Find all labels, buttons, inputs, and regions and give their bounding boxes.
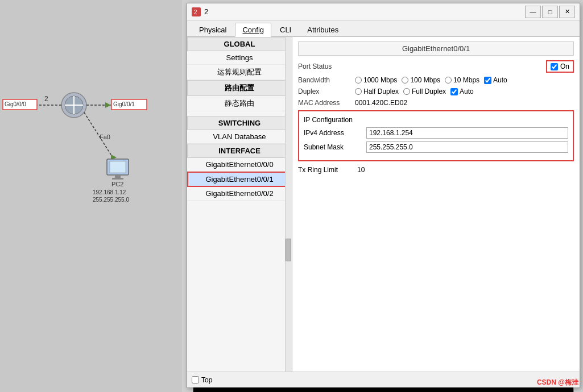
svg-text:2: 2 [44, 95, 48, 103]
tx-value: 10 [355, 165, 367, 175]
minimize-button[interactable]: — [525, 6, 541, 18]
subnet-label: Subnet Mask [304, 143, 366, 151]
close-button[interactable]: ✕ [559, 6, 575, 18]
watermark: CSDN @梅洼 [537, 378, 578, 387]
bw-1000[interactable]: 1000 Mbps [355, 76, 397, 84]
top-checkbox-label[interactable]: Top [192, 376, 212, 384]
svg-rect-19 [112, 178, 123, 180]
ipv4-input[interactable]: 192.168.1.254 [366, 127, 568, 139]
port-status-row: Port Status On [298, 60, 574, 73]
interface-1[interactable]: GigabitEthernet0/0/1 [187, 172, 292, 187]
svg-text:192.168.1.12: 192.168.1.12 [93, 189, 126, 195]
topology-area: 2 Gig0/0/0 Gig0/0/1 Fa0 PC2 192.168.1.12… [0, 0, 182, 392]
content-area: GLOBAL Settings 运算规则配置 路由配置 静态路由 SWITCHI… [187, 37, 580, 373]
tx-label: Tx Ring Limit [298, 166, 355, 174]
bandwidth-options: 1000 Mbps 100 Mbps 10 Mbps Auto [355, 76, 507, 84]
window-icon: 2 [192, 7, 201, 16]
tab-attributes[interactable]: Attributes [300, 23, 346, 36]
subnet-input[interactable]: 255.255.255.0 [366, 141, 568, 153]
routing-rules-item[interactable]: 运算规则配置 [187, 65, 292, 80]
interface-2[interactable]: GigabitEthernet0/0/2 [187, 187, 292, 201]
console-area[interactable]: Router(config-if)#ip address 192.168.1.2… [193, 387, 574, 392]
window-controls: — □ ✕ [525, 6, 575, 18]
vlan-database-item[interactable]: VLAN Database [187, 130, 292, 144]
bw-auto[interactable]: Auto [484, 76, 507, 84]
mac-address-row: MAC Address 0001.420C.ED02 [298, 99, 574, 107]
routing-config-header[interactable]: 路由配置 [187, 80, 292, 96]
half-duplex[interactable]: Half Duplex [355, 87, 399, 95]
ipv4-row: IPv4 Address 192.168.1.254 [304, 127, 568, 139]
svg-text:PC2: PC2 [111, 181, 123, 187]
global-header[interactable]: GLOBAL [187, 37, 292, 51]
duplex-options: Half Duplex Full Duplex Auto [355, 87, 474, 95]
bandwidth-label: Bandwidth [298, 76, 355, 84]
duplex-row: Duplex Half Duplex Full Duplex Auto [298, 87, 574, 95]
mac-value: 0001.420C.ED02 [355, 99, 407, 107]
subnet-row: Subnet Mask 255.255.255.0 [304, 141, 568, 153]
ip-config-title: IP Configuration [304, 116, 568, 124]
svg-rect-17 [110, 161, 126, 173]
on-label: On [560, 62, 569, 70]
duplex-label: Duplex [298, 87, 355, 95]
svg-text:2: 2 [194, 9, 197, 15]
scrollbar-thumb[interactable] [286, 239, 291, 261]
mac-label: MAC Address [298, 99, 355, 107]
on-checkbox-container: On [546, 60, 574, 73]
tab-physical[interactable]: Physical [192, 23, 234, 36]
interface-0[interactable]: GigabitEthernet0/0/0 [187, 158, 292, 172]
window-title: 2 [204, 7, 208, 16]
top-checkbox[interactable] [192, 376, 199, 383]
svg-rect-0 [0, 0, 182, 392]
bandwidth-row: Bandwidth 1000 Mbps 100 Mbps 10 Mbps [298, 76, 574, 84]
bottom-bar: Top [187, 372, 580, 387]
topology-svg: 2 Gig0/0/0 Gig0/0/1 Fa0 PC2 192.168.1.12… [0, 0, 182, 392]
bw-100[interactable]: 100 Mbps [402, 76, 440, 84]
port-status-label: Port Status [298, 62, 355, 70]
scrollbar-track[interactable] [285, 37, 292, 373]
dialog-window: 2 2 — □ ✕ Physical Config CLI Attributes… [187, 3, 580, 388]
svg-text:255.255.255.0: 255.255.255.0 [93, 197, 129, 203]
title-bar: 2 2 — □ ✕ [187, 3, 580, 20]
svg-text:Gig0/0/0: Gig0/0/0 [5, 101, 26, 107]
full-duplex[interactable]: Full Duplex [403, 87, 446, 95]
tabs-bar: Physical Config CLI Attributes [187, 20, 580, 37]
settings-item[interactable]: Settings [187, 51, 292, 65]
maximize-button[interactable]: □ [542, 6, 558, 18]
tab-config[interactable]: Config [235, 23, 271, 37]
static-routing-item[interactable]: 静态路由 [187, 96, 292, 111]
svg-text:Fa0: Fa0 [100, 134, 110, 140]
on-checkbox[interactable] [551, 63, 558, 70]
right-panel: GigabitEthernet0/0/1 Port Status On Band… [292, 37, 580, 373]
left-panel: GLOBAL Settings 运算规则配置 路由配置 静态路由 SWITCHI… [187, 37, 292, 373]
switching-header[interactable]: SWITCHING [187, 116, 292, 130]
tab-cli[interactable]: CLI [272, 23, 299, 36]
svg-rect-18 [115, 175, 121, 178]
bw-10[interactable]: 10 Mbps [445, 76, 479, 84]
top-label: Top [201, 376, 212, 384]
ip-config-box: IP Configuration IPv4 Address 192.168.1.… [298, 110, 574, 161]
svg-text:Gig0/0/1: Gig0/0/1 [113, 101, 135, 107]
tx-row: Tx Ring Limit 10 [298, 165, 574, 175]
ipv4-label: IPv4 Address [304, 129, 366, 137]
interface-header[interactable]: INTERFACE [187, 144, 292, 158]
duplex-auto[interactable]: Auto [450, 87, 474, 95]
interface-title: GigabitEthernet0/0/1 [298, 41, 574, 56]
